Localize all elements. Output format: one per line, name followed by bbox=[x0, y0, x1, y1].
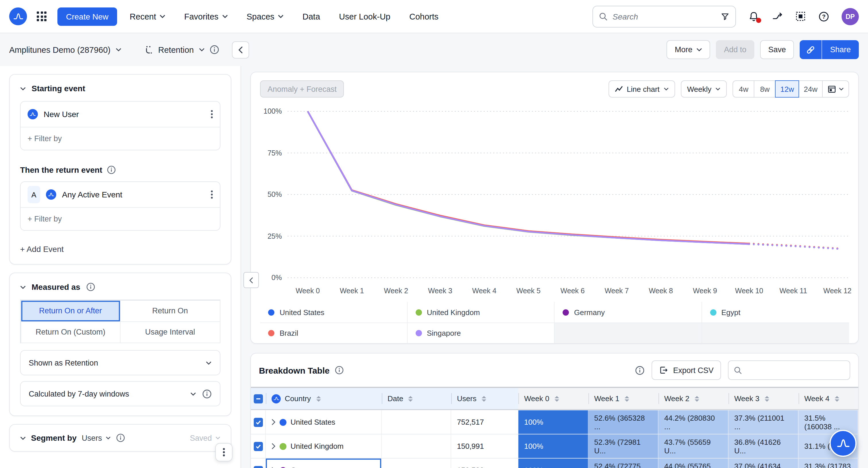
option-return-on-custom[interactable]: Return On (Custom) bbox=[20, 321, 121, 343]
week2-cell[interactable]: 44.0% (55765 U... bbox=[658, 459, 728, 468]
sort-icon[interactable] bbox=[625, 396, 629, 401]
nav-item-recent[interactable]: Recent bbox=[130, 12, 165, 21]
week1-cell[interactable]: 52.6% (365328 ... bbox=[588, 410, 658, 434]
sort-icon[interactable] bbox=[316, 396, 321, 401]
apps-grid-icon[interactable] bbox=[37, 11, 46, 21]
add-to-button[interactable]: Add to bbox=[716, 40, 754, 59]
expand-row-icon[interactable] bbox=[272, 419, 276, 425]
sort-icon[interactable] bbox=[555, 396, 559, 401]
amplitude-assistant-button[interactable] bbox=[830, 430, 857, 457]
filter-by-button[interactable]: + Filter by bbox=[21, 127, 220, 150]
week0-cell[interactable]: 100% bbox=[518, 434, 588, 458]
kebab-icon[interactable] bbox=[211, 190, 213, 199]
legend-item-united-states[interactable]: United States bbox=[260, 302, 407, 322]
country-cell[interactable]: United Kingdom bbox=[266, 434, 382, 458]
info-icon[interactable] bbox=[107, 165, 116, 175]
legend-item-united-kingdom[interactable]: United Kingdom bbox=[407, 302, 555, 322]
nav-item-favorites[interactable]: Favorites bbox=[184, 12, 228, 21]
legend-item-singapore[interactable]: Singapore bbox=[407, 322, 555, 343]
column-header-week4[interactable]: Week 4 bbox=[799, 388, 858, 409]
range-4w-button[interactable]: 4w bbox=[733, 80, 755, 98]
filter-icon[interactable] bbox=[720, 12, 730, 21]
info-icon[interactable] bbox=[202, 389, 212, 399]
week1-cell[interactable]: 52.3% (72981 U... bbox=[588, 434, 658, 458]
week0-cell[interactable]: 100% bbox=[518, 410, 588, 434]
pathfinder-icon[interactable] bbox=[772, 11, 783, 22]
column-header-date[interactable]: Date bbox=[382, 388, 451, 409]
column-header-users[interactable]: Users bbox=[451, 388, 518, 409]
legend-item-brazil[interactable]: Brazil bbox=[260, 322, 407, 343]
info-icon[interactable] bbox=[86, 282, 95, 291]
collapse-panel-button[interactable] bbox=[231, 41, 249, 58]
range-8w-button[interactable]: 8w bbox=[754, 80, 776, 98]
week1-cell[interactable]: 52.4% (72775 U... bbox=[588, 459, 658, 468]
column-header-week3[interactable]: Week 3 bbox=[728, 388, 799, 409]
week2-cell[interactable]: 43.7% (55659 U... bbox=[658, 434, 728, 458]
chart-type-selector[interactable]: Retention bbox=[144, 45, 219, 55]
column-header-country[interactable]: Country bbox=[266, 388, 382, 409]
user-avatar[interactable]: DP bbox=[842, 8, 859, 25]
expand-row-icon[interactable] bbox=[272, 443, 276, 449]
kebab-icon[interactable] bbox=[211, 110, 213, 119]
week3-cell[interactable]: 36.8% (41626 U... bbox=[728, 434, 799, 458]
measured-as-header[interactable]: Measured as bbox=[10, 273, 231, 296]
copy-link-button[interactable] bbox=[800, 40, 822, 59]
sort-icon[interactable] bbox=[835, 396, 839, 401]
week3-cell[interactable]: 37.0% (41634 U... bbox=[728, 459, 799, 468]
option-return-on-or-after[interactable]: Return On or After bbox=[20, 300, 121, 322]
starting-event-row[interactable]: New User bbox=[21, 101, 220, 127]
segment-mode-selector[interactable]: Users bbox=[82, 434, 111, 442]
info-icon[interactable] bbox=[116, 433, 125, 442]
row-checkbox[interactable] bbox=[253, 417, 262, 427]
country-cell[interactable]: Germany bbox=[266, 459, 382, 468]
country-cell[interactable]: United States bbox=[266, 410, 382, 434]
week3-cell[interactable]: 37.3% (211001 ... bbox=[728, 410, 799, 434]
export-csv-button[interactable]: Export CSV bbox=[652, 361, 721, 380]
help-icon[interactable]: ? bbox=[818, 11, 830, 22]
option-usage-interval[interactable]: Usage Interval bbox=[120, 321, 220, 343]
starting-event-header[interactable]: Starting event bbox=[10, 74, 231, 98]
legend-item-germany[interactable]: Germany bbox=[555, 302, 702, 322]
row-checkbox[interactable] bbox=[253, 442, 262, 451]
add-event-button[interactable]: + Add Event bbox=[10, 239, 231, 264]
sort-icon[interactable] bbox=[408, 396, 413, 401]
nav-item-data[interactable]: Data bbox=[303, 12, 320, 21]
select-all-checkbox[interactable] bbox=[254, 394, 263, 403]
more-button[interactable]: More bbox=[667, 40, 710, 59]
amplitude-logo[interactable] bbox=[9, 7, 27, 25]
column-header-week1[interactable]: Week 1 bbox=[588, 388, 658, 409]
week0-cell[interactable]: 100% bbox=[518, 459, 588, 468]
week2-cell[interactable]: 44.2% (280830 ... bbox=[658, 410, 728, 434]
project-selector[interactable]: Amplitunes Demo (287960) bbox=[9, 45, 121, 54]
sort-icon[interactable] bbox=[694, 396, 699, 401]
panel-more-options-button[interactable] bbox=[215, 443, 232, 461]
nav-item-cohorts[interactable]: Cohorts bbox=[409, 12, 439, 21]
info-icon[interactable] bbox=[635, 365, 645, 375]
table-search-input[interactable] bbox=[746, 366, 844, 374]
nav-item-user-look-up[interactable]: User Look-Up bbox=[339, 12, 391, 21]
return-event-row[interactable]: A Any Active Event bbox=[21, 182, 220, 207]
sort-icon[interactable] bbox=[765, 396, 769, 401]
calculated-by-select[interactable]: Calculated by 7-day windows bbox=[20, 381, 220, 406]
saved-segment-selector[interactable]: Saved bbox=[190, 434, 220, 442]
row-checkbox[interactable] bbox=[253, 466, 262, 468]
week4-cell[interactable]: 31.3% (31783 U... bbox=[799, 459, 858, 468]
week4-cell[interactable]: 31.5% (160038 ... bbox=[799, 410, 858, 434]
create-new-button[interactable]: Create New bbox=[57, 7, 117, 26]
sort-icon[interactable] bbox=[482, 396, 486, 401]
info-icon[interactable] bbox=[209, 45, 219, 55]
shown-as-select[interactable]: Shown as Retention bbox=[20, 350, 220, 375]
range-24w-button[interactable]: 24w bbox=[799, 80, 823, 98]
scroll-weeks-left-button[interactable] bbox=[243, 272, 259, 288]
save-button[interactable]: Save bbox=[760, 40, 794, 59]
anomaly-forecast-button[interactable]: Anomaly + Forecast bbox=[260, 80, 344, 98]
option-return-on[interactable]: Return On bbox=[120, 300, 220, 322]
notifications-bell-icon[interactable] bbox=[748, 11, 760, 22]
share-button[interactable]: Share bbox=[822, 40, 859, 59]
filter-by-button[interactable]: + Filter by bbox=[21, 207, 220, 230]
column-header-week0[interactable]: Week 0 bbox=[518, 388, 588, 409]
chart-type-select[interactable]: Line chart bbox=[609, 80, 675, 98]
legend-item-egypt[interactable]: Egypt bbox=[702, 302, 849, 322]
column-header-week2[interactable]: Week 2 bbox=[658, 388, 728, 409]
info-icon[interactable] bbox=[335, 366, 344, 375]
